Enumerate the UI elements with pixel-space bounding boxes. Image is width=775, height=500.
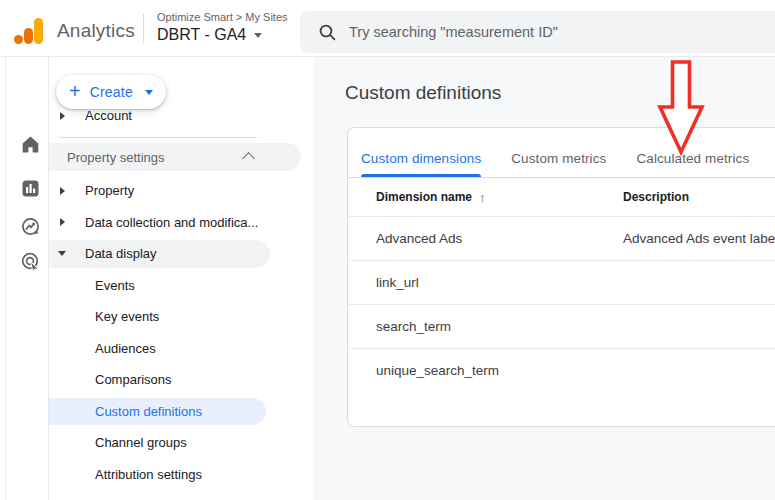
logo-bar-medium xyxy=(24,28,33,44)
window-edge-line xyxy=(5,56,6,500)
dimension-name-cell: Advanced Ads xyxy=(348,231,623,246)
account-property-selector[interactable]: Optimize Smart > My Sites DBRT - GA4 xyxy=(157,11,288,44)
home-icon[interactable] xyxy=(20,134,41,155)
sidebar-divider xyxy=(59,137,257,138)
sidebar-item-label: Account xyxy=(85,108,132,123)
reports-icon[interactable] xyxy=(20,178,41,199)
property-selector[interactable]: DBRT - GA4 xyxy=(157,26,288,44)
top-header-bar: Analytics Optimize Smart > My Sites DBRT… xyxy=(0,0,775,57)
column-header-description[interactable]: Description xyxy=(623,190,775,204)
page-title: Custom definitions xyxy=(345,82,501,104)
sidebar-item-label: Audiences xyxy=(95,341,156,356)
sidebar-item-channel-groups[interactable]: Channel groups xyxy=(49,427,313,459)
collapse-arrow-icon[interactable] xyxy=(58,251,66,256)
description-cell: Advanced Ads event label xyxy=(623,231,775,246)
expand-arrow-icon[interactable] xyxy=(60,218,65,226)
google-analytics-logo-icon xyxy=(14,17,44,44)
logo-dot xyxy=(14,35,23,44)
table-row[interactable]: unique_search_term xyxy=(348,348,775,392)
sidebar-item-label: Data collection and modifica... xyxy=(85,215,258,230)
column-label: Description xyxy=(623,190,689,204)
sidebar-item-label: Events xyxy=(95,278,135,293)
search-icon xyxy=(318,23,336,41)
dimension-name-cell: unique_search_term xyxy=(348,363,623,378)
settings-sidebar: Create Account Property settings Propert… xyxy=(49,56,313,500)
sidebar-item-key-events[interactable]: Key events xyxy=(49,301,313,333)
tabs: Custom dimensionsCustom metricsCalculate… xyxy=(348,128,775,178)
left-icon-rail xyxy=(0,56,49,500)
explore-icon[interactable] xyxy=(20,216,41,237)
sidebar-item-label: Channel groups xyxy=(95,435,187,450)
table-body: Advanced AdsAdvanced Ads event labellink… xyxy=(348,216,775,392)
sidebar-item-audiences[interactable]: Audiences xyxy=(49,333,313,365)
app-title: Analytics xyxy=(57,17,135,44)
tab-custom-metrics[interactable]: Custom metrics xyxy=(511,140,606,177)
sort-ascending-icon: ↑ xyxy=(479,190,486,205)
sidebar-item-events[interactable]: Events xyxy=(49,270,313,302)
sidebar-item-label: Property xyxy=(85,183,134,198)
sidebar-item-label: Attribution settings xyxy=(95,467,202,482)
table-header-row: Dimension name↑Description xyxy=(348,178,775,216)
analytics-logo-group[interactable]: Analytics xyxy=(14,17,135,44)
main-content: Custom definitions Custom dimensionsCust… xyxy=(313,56,775,500)
plus-icon xyxy=(69,81,81,101)
analytics-app: Analytics Optimize Smart > My Sites DBRT… xyxy=(0,0,775,500)
create-button-label: Create xyxy=(90,84,133,100)
advertising-icon[interactable] xyxy=(20,251,41,272)
create-dropdown-icon[interactable] xyxy=(145,90,153,95)
table-row[interactable]: search_term xyxy=(348,304,775,348)
column-header-dimension-name[interactable]: Dimension name↑ xyxy=(348,190,623,205)
sidebar-item-label: Key events xyxy=(95,309,159,324)
table-row[interactable]: Advanced AdsAdvanced Ads event label xyxy=(348,216,775,260)
header-vertical-divider xyxy=(143,14,144,43)
sidebar-nav-list: PropertyData collection and modifica...D… xyxy=(49,175,313,490)
sidebar-item-property[interactable]: Property xyxy=(49,175,313,207)
sidebar-item-attribution-settings[interactable]: Attribution settings xyxy=(49,459,313,491)
sidebar-item-comparisons[interactable]: Comparisons xyxy=(49,364,313,396)
expand-arrow-icon[interactable] xyxy=(60,187,65,195)
sidebar-item-data-display[interactable]: Data display xyxy=(49,238,313,270)
property-name: DBRT - GA4 xyxy=(157,26,246,44)
logo-bar-tall xyxy=(34,18,43,44)
column-label: Dimension name xyxy=(376,190,472,204)
custom-definitions-card: Custom dimensionsCustom metricsCalculate… xyxy=(347,127,775,427)
chevron-down-icon xyxy=(254,33,262,38)
expand-arrow-icon[interactable] xyxy=(60,112,65,120)
sidebar-item-custom-definitions[interactable]: Custom definitions xyxy=(49,396,313,428)
dimension-name-cell: link_url xyxy=(348,275,623,290)
section-header-property-settings[interactable]: Property settings xyxy=(49,143,301,171)
chevron-up-icon[interactable] xyxy=(242,152,255,165)
search-placeholder: Try searching "measurement ID" xyxy=(349,24,558,40)
sidebar-item-label: Comparisons xyxy=(95,372,172,387)
sidebar-item-data-collection-and-modifica[interactable]: Data collection and modifica... xyxy=(49,207,313,239)
create-button[interactable]: Create xyxy=(56,75,166,109)
tab-custom-dimensions[interactable]: Custom dimensions xyxy=(361,140,481,177)
table-row[interactable]: link_url xyxy=(348,260,775,304)
tab-calculated-metrics[interactable]: Calculated metrics xyxy=(636,140,749,177)
section-header-label: Property settings xyxy=(67,150,165,165)
search-input[interactable]: Try searching "measurement ID" xyxy=(300,11,775,53)
breadcrumb[interactable]: Optimize Smart > My Sites xyxy=(157,11,288,23)
sidebar-item-label: Data display xyxy=(85,246,157,261)
dimension-name-cell: search_term xyxy=(348,319,623,334)
sidebar-item-label: Custom definitions xyxy=(95,404,202,419)
